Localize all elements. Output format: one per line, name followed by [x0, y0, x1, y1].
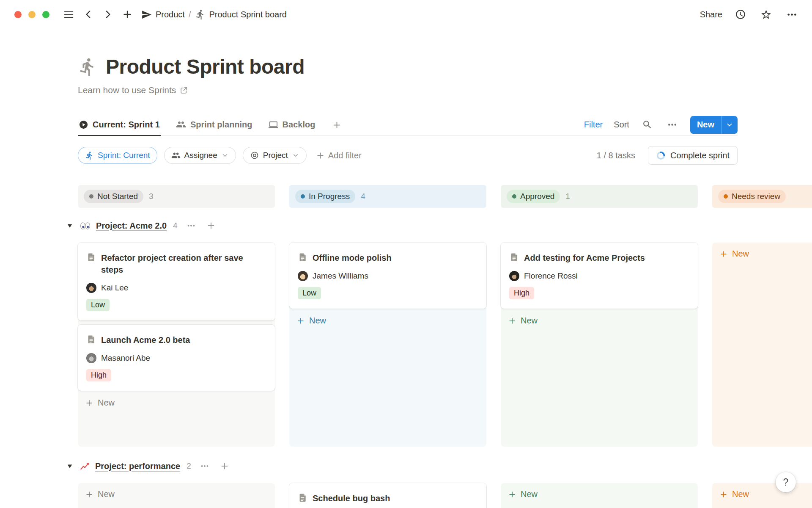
new-card-button[interactable]: New [503, 486, 695, 502]
group-title[interactable]: Project: performance [95, 461, 180, 471]
status-dot [301, 194, 305, 199]
close-button[interactable] [14, 11, 22, 18]
view-tabs-bar: Current: Sprint 1 Sprint planning Backlo… [78, 114, 738, 136]
zoom-button[interactable] [42, 11, 49, 18]
page-runner-icon[interactable] [78, 57, 97, 77]
new-button[interactable]: New [690, 116, 738, 134]
group-header: Project: performance 2 [65, 458, 812, 475]
status-dot [724, 194, 728, 199]
tab-label: Sprint planning [190, 120, 252, 130]
task-card[interactable]: Schedule bug bash [289, 483, 486, 508]
plus-icon [719, 490, 728, 499]
page-icon [86, 334, 96, 344]
avatar [298, 271, 308, 281]
learn-link-label: Learn how to use Sprints [78, 85, 176, 95]
avatar [509, 271, 519, 281]
breadcrumb-separator: / [189, 10, 191, 19]
group-lanes: New Schedule bug bash New New [78, 483, 812, 508]
card-title: Refactor project creation after save ste… [101, 252, 266, 276]
new-dropdown-icon[interactable] [721, 116, 738, 134]
complete-sprint-button[interactable]: Complete sprint [648, 146, 738, 165]
status-dot [89, 194, 93, 199]
lane-in-progress: Offline mode polish James Williams Low N… [289, 243, 486, 447]
group-count: 4 [173, 221, 178, 230]
favorite-star-icon[interactable] [759, 7, 774, 22]
column-header-not-started: Not Started 3 [78, 185, 275, 208]
learn-sprints-link[interactable]: Learn how to use Sprints [78, 85, 812, 95]
group-more-icon[interactable] [198, 460, 211, 472]
new-card-button[interactable]: New [80, 486, 272, 502]
new-card-button[interactable]: New [503, 313, 695, 329]
status-label: Approved [520, 192, 554, 201]
paper-plane-icon [141, 9, 152, 20]
collapse-triangle-icon[interactable] [65, 221, 74, 230]
more-options-icon[interactable] [785, 7, 799, 22]
window-titlebar: Product / Product Sprint board Share [0, 0, 812, 29]
group-title[interactable]: Project: Acme 2.0 [96, 221, 167, 231]
sidebar-menu-icon[interactable] [60, 6, 77, 23]
card-title: Add testing for Acme Projects [524, 252, 645, 264]
breadcrumb-label: Product [156, 10, 185, 19]
task-card[interactable]: Refactor project creation after save ste… [78, 243, 275, 320]
add-view-icon[interactable] [331, 115, 343, 135]
chevron-down-icon [221, 152, 229, 159]
external-link-icon [179, 86, 188, 95]
column-header-approved: Approved 1 [501, 185, 698, 208]
collapse-triangle-icon[interactable] [65, 461, 74, 471]
new-card-button[interactable]: New [715, 486, 812, 502]
new-page-icon[interactable] [119, 6, 135, 22]
status-dot [512, 194, 516, 199]
new-card-label: New [98, 398, 115, 408]
column-count: 1 [565, 192, 570, 201]
task-card[interactable]: Add testing for Acme Projects Florence R… [501, 243, 698, 309]
assignee-filter-pill[interactable]: Assignee [164, 147, 236, 164]
new-button-label[interactable]: New [690, 116, 721, 134]
status-badge[interactable]: Needs review [718, 190, 786, 203]
help-button[interactable]: ? [776, 472, 796, 492]
breadcrumb-item-product[interactable]: Product [141, 9, 185, 20]
minimize-button[interactable] [28, 11, 36, 18]
group-add-icon[interactable] [218, 460, 231, 472]
priority-badge: High [509, 287, 534, 299]
laptop-icon [269, 120, 278, 130]
share-button[interactable]: Share [700, 10, 722, 19]
group-add-icon[interactable] [205, 219, 217, 232]
task-card[interactable]: Offline mode polish James Williams Low [289, 243, 486, 309]
history-icon[interactable] [733, 7, 748, 22]
board-group-performance: Project: performance 2 New Schedule bug … [78, 458, 812, 508]
new-card-label: New [98, 489, 115, 499]
board-group-acme: Project: Acme 2.0 4 Refactor project cre… [78, 217, 812, 447]
status-badge[interactable]: Not Started [84, 190, 143, 203]
tab-label: Backlog [283, 120, 315, 130]
runner-icon [85, 151, 94, 160]
back-icon[interactable] [80, 6, 96, 22]
forward-icon[interactable] [100, 6, 116, 22]
breadcrumb-item-sprint-board[interactable]: Product Sprint board [195, 9, 287, 20]
new-card-button[interactable]: New [80, 395, 272, 411]
status-badge[interactable]: In Progress [295, 190, 355, 203]
filter-bar: Sprint: Current Assignee Project Add fil… [78, 146, 738, 165]
group-header: Project: Acme 2.0 4 [65, 217, 812, 234]
tab-current-sprint[interactable]: Current: Sprint 1 [78, 114, 161, 136]
sprint-progress-icon [656, 151, 666, 160]
tab-sprint-planning[interactable]: Sprint planning [175, 114, 253, 136]
tab-backlog[interactable]: Backlog [268, 114, 316, 136]
task-count: 1 / 8 tasks [597, 151, 635, 160]
sort-button[interactable]: Sort [614, 120, 629, 130]
status-label: Needs review [732, 192, 780, 201]
page-title: Product Sprint board [106, 55, 304, 78]
plus-icon [316, 151, 325, 160]
filter-button[interactable]: Filter [584, 120, 603, 130]
status-badge[interactable]: Approved [507, 190, 560, 203]
group-more-icon[interactable] [185, 219, 198, 232]
new-card-button[interactable]: New [292, 313, 484, 329]
add-filter-button[interactable]: Add filter [316, 151, 362, 160]
priority-badge: Low [86, 299, 110, 311]
search-icon[interactable] [640, 118, 654, 132]
new-card-button[interactable]: New [715, 246, 812, 262]
task-card[interactable]: Launch Acme 2.0 beta Masanori Abe High [78, 325, 275, 391]
plus-icon [85, 399, 93, 407]
project-filter-pill[interactable]: Project [243, 147, 307, 164]
sprint-filter-pill[interactable]: Sprint: Current [78, 147, 157, 164]
view-more-icon[interactable] [665, 118, 679, 132]
